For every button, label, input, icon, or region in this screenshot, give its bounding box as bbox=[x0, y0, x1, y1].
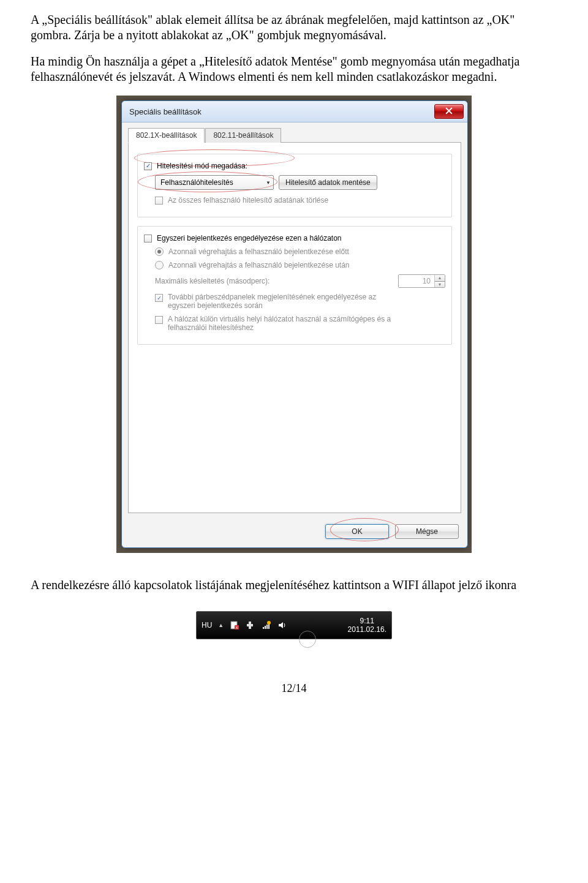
instruction-text-1: A „Speciális beállítások" ablak elemeit … bbox=[31, 12, 557, 43]
auth-mode-value: Felhasználóhitelesítés bbox=[160, 178, 233, 187]
dialog-titlebar: Speciális beállítások bbox=[122, 101, 467, 122]
sso-before-radio bbox=[155, 247, 164, 256]
maxdelay-value bbox=[399, 275, 434, 287]
close-icon bbox=[445, 107, 453, 116]
dialog-title: Speciális beállítások bbox=[129, 107, 434, 116]
clock-time: 9:11 bbox=[348, 617, 386, 625]
screenshot-dialog-container: Speciális beállítások 802.1X-beállítások… bbox=[116, 96, 472, 553]
page-number: 12/14 bbox=[31, 682, 557, 695]
svg-rect-4 bbox=[265, 626, 266, 629]
maxdelay-label: Maximális késleltetés (másodperc): bbox=[155, 277, 393, 285]
dialog-footer: OK Mégse bbox=[122, 519, 467, 547]
tray-chevron-icon[interactable]: ▲ bbox=[218, 622, 224, 628]
auth-mode-select[interactable]: Felhasználóhitelesítés ▼ bbox=[155, 175, 274, 190]
volume-icon[interactable] bbox=[277, 620, 287, 630]
cancel-button[interactable]: Mégse bbox=[395, 524, 459, 539]
power-icon[interactable] bbox=[246, 620, 255, 630]
instruction-text-3: A rendelkezésre álló kapcsolatok listájá… bbox=[31, 577, 557, 593]
close-button[interactable] bbox=[434, 104, 464, 119]
action-center-icon[interactable]: x bbox=[230, 620, 239, 630]
save-credentials-button[interactable]: Hitelesítő adatok mentése bbox=[279, 175, 377, 190]
auth-mode-checkbox[interactable] bbox=[144, 162, 152, 170]
language-indicator[interactable]: HU bbox=[202, 621, 212, 629]
sso-group: Egyszeri bejelentkezés engedélyezése eze… bbox=[137, 226, 452, 345]
sso-after-radio bbox=[155, 261, 164, 269]
sso-before-label: Azonnali végrehajtás a felhasználó bejel… bbox=[168, 247, 349, 256]
delete-all-label: Az összes felhasználó hitelesítő adatána… bbox=[168, 196, 328, 205]
spinner-down-icon: ▼ bbox=[435, 281, 445, 288]
auth-mode-group: Hitelesítési mód megadása: Felhasználóhi… bbox=[137, 154, 452, 217]
svg-point-7 bbox=[267, 621, 271, 625]
vlan-checkbox bbox=[155, 316, 163, 324]
network-icon[interactable] bbox=[262, 620, 271, 630]
svg-text:x: x bbox=[236, 625, 238, 629]
dialog-tabs: 802.1X-beállítások 802.11-beállítások bbox=[122, 122, 467, 142]
advanced-settings-dialog: Speciális beállítások 802.1X-beállítások… bbox=[121, 100, 468, 548]
sso-enable-label: Egyszeri bejelentkezés engedélyezése eze… bbox=[157, 234, 342, 242]
maxdelay-spinner: ▲ ▼ bbox=[398, 274, 445, 288]
extra-dialogs-checkbox bbox=[155, 294, 163, 302]
spinner-up-icon: ▲ bbox=[435, 275, 445, 281]
sso-enable-checkbox[interactable] bbox=[144, 235, 152, 242]
tab-8021x[interactable]: 802.1X-beállítások bbox=[128, 128, 205, 143]
vlan-label: A hálózat külön virtuális helyi hálózato… bbox=[168, 315, 401, 332]
svg-rect-5 bbox=[266, 625, 268, 629]
windows-taskbar: HU ▲ x 9:11 2011.02.16. bbox=[196, 611, 392, 639]
auth-mode-label: Hitelesítési mód megadása: bbox=[157, 162, 247, 170]
taskbar-screenshot: HU ▲ x 9:11 2011.02.16. bbox=[196, 611, 392, 639]
delete-all-checkbox bbox=[155, 197, 163, 205]
clock-date: 2011.02.16. bbox=[348, 625, 386, 634]
ok-button[interactable]: OK bbox=[325, 524, 389, 539]
instruction-text-2: Ha mindig Ön használja a gépet a „Hitele… bbox=[31, 54, 557, 85]
sso-after-label: Azonnali végrehajtás a felhasználó bejel… bbox=[168, 261, 350, 269]
chevron-down-icon: ▼ bbox=[266, 180, 271, 186]
tab-80211[interactable]: 802.11-beállítások bbox=[205, 128, 281, 143]
taskbar-clock[interactable]: 9:11 2011.02.16. bbox=[348, 617, 386, 634]
tab-content: Hitelesítési mód megadása: Felhasználóhi… bbox=[128, 142, 461, 513]
tray-icons: x bbox=[230, 620, 287, 630]
svg-rect-3 bbox=[263, 627, 264, 629]
extra-dialogs-label: További párbeszédpanelek megjelenítéséne… bbox=[168, 293, 401, 310]
